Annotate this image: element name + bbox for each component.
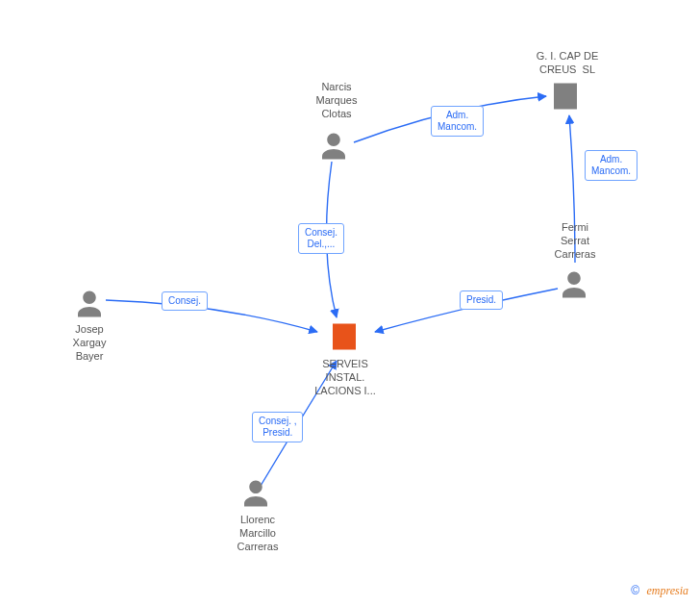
node-label-center: SERVEIS INSTAL. LACIONS I... [306,358,385,397]
edge-label-fsc-center: Presid. [460,290,503,310]
edge-label-jxb-center: Consej. [162,291,208,311]
edge-label-lmc-center: Consej. , Presid. [252,412,303,442]
building-icon [327,319,362,354]
edge-label-nmc-cap: Adm. Mancom. [431,106,484,137]
node-label-cap: G. I. CAP DE CREUS SL [527,50,608,77]
node-label-lmc: Llorenc Marcillo Carreras [229,514,287,553]
person-icon [238,476,273,511]
brand-name: empresia [646,584,688,597]
node-label-fsc: Fermi Serrat Carreras [544,221,606,261]
node-label-nmc: Narcis Marques Clotas [308,81,365,120]
person-icon [557,267,591,302]
person-icon [316,129,351,164]
building-icon [548,79,583,114]
edge-label-nmc-center: Consej. Del.,... [298,223,344,254]
copyright-symbol: © [631,584,639,597]
copyright: © empresia [631,584,688,598]
edge-jxb-center [106,300,317,332]
edge-label-fsc-cap: Adm. Mancom. [585,150,638,181]
node-label-jxb: Josep Xargay Bayer [63,323,115,363]
person-icon [72,287,107,321]
